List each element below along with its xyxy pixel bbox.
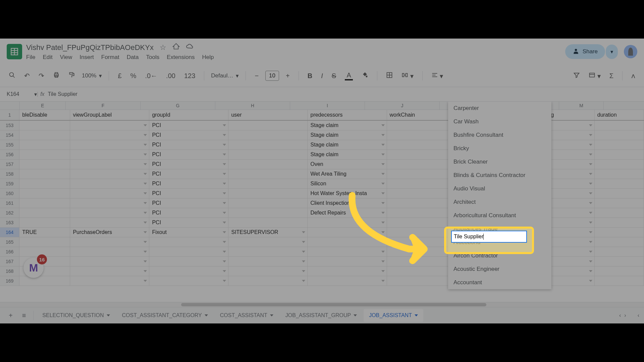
cell[interactable] [595,189,644,198]
header-cell[interactable]: groupId [149,110,228,120]
share-dropdown[interactable]: ▾ [606,45,618,59]
cell[interactable] [545,237,595,247]
redo-icon[interactable]: ↷ [37,70,46,82]
header-cell[interactable]: predecessors [308,110,387,120]
italic-icon[interactable]: I [319,70,325,82]
cell[interactable]: PCI [149,121,228,130]
cell[interactable]: PCI [149,150,228,159]
header-cell[interactable]: ag [545,110,595,120]
cell[interactable] [545,150,595,159]
menu-edit[interactable]: Edit [43,54,52,61]
name-box[interactable]: K164 ▾ [7,91,37,98]
cell[interactable] [595,257,644,266]
row-header[interactable]: 165 [0,237,19,247]
cell[interactable] [228,189,308,198]
cell[interactable] [19,237,70,247]
cell[interactable] [595,179,644,188]
dropdown-item[interactable]: Brick Cleaner [448,155,551,169]
row-header[interactable]: 160 [0,189,19,198]
cell[interactable] [595,198,644,208]
cell[interactable]: PCI [149,189,228,198]
cell[interactable] [545,228,595,237]
cell[interactable] [149,276,228,286]
row-header[interactable]: 167 [0,257,19,266]
more-formats-icon[interactable]: 123 [182,70,197,82]
cell[interactable] [595,276,644,286]
increase-fontsize-icon[interactable]: + [284,70,292,82]
cell[interactable]: SITESUPERVISOR [228,228,308,237]
cell[interactable] [19,218,70,227]
cell[interactable] [70,150,149,159]
cell[interactable] [545,247,595,256]
cell[interactable]: Oven [308,160,387,169]
cell[interactable] [228,247,308,256]
merge-cells-icon[interactable]: ▾ [399,70,416,82]
cell[interactable] [228,169,308,179]
col-header[interactable]: G [141,102,215,110]
zoom-select[interactable]: 100% ▾ [82,72,102,79]
cell[interactable] [595,121,644,130]
cell[interactable]: PCI [149,140,228,149]
cell[interactable] [149,257,228,266]
header-cell[interactable]: bleDisable [19,110,70,120]
menu-file[interactable]: File [26,54,35,61]
row-header[interactable]: 158 [0,169,19,179]
dropdown-item[interactable]: Acoustic Engineer [448,262,551,276]
header-cell[interactable]: duration [595,110,644,120]
move-icon[interactable] [172,43,180,52]
tab-scroll-right[interactable]: › [624,312,626,318]
cell[interactable] [595,160,644,169]
cell[interactable]: Fixout [149,228,228,237]
increase-decimal-icon[interactable]: .00 [164,70,177,82]
cell[interactable] [149,247,228,256]
cell[interactable] [149,266,228,276]
cell[interactable] [70,218,149,227]
menu-data[interactable]: Data [127,54,139,61]
currency-icon[interactable]: £ [116,70,123,82]
menu-format[interactable]: Format [101,54,119,61]
decrease-fontsize-icon[interactable]: − [253,70,261,82]
search-icon[interactable] [7,70,17,82]
dropdown-item[interactable]: Car Wash [448,115,551,128]
row-header[interactable]: 156 [0,150,19,159]
menu-extensions[interactable]: Extensions [167,54,195,61]
cell[interactable] [308,266,387,276]
cell[interactable]: PCI [149,169,228,179]
cell[interactable] [70,257,149,266]
col-header[interactable]: H [215,102,290,110]
cell[interactable] [70,179,149,188]
row-header[interactable]: 161 [0,198,19,208]
dropdown-item[interactable]: Accountant [448,276,551,289]
cell[interactable]: Stage claim [308,130,387,140]
cell[interactable] [228,130,308,140]
cell[interactable] [308,276,387,286]
cell[interactable] [545,140,595,149]
cell[interactable] [545,179,595,188]
cell[interactable] [595,228,644,237]
add-sheet-button[interactable]: + [5,309,17,322]
cell[interactable]: Wet Area Tiling [308,169,387,179]
user-avatar[interactable] [624,45,637,58]
cell[interactable] [70,121,149,130]
sheet-tab[interactable]: JOB_ASSISTANT_GROUP [280,309,362,322]
row-header[interactable]: 169 [0,276,19,286]
cell[interactable] [19,160,70,169]
cell[interactable] [595,130,644,140]
data-validation-dropdown[interactable]: CarpenterCar WashBushfire ConsultantBric… [448,102,551,289]
cell[interactable] [228,198,308,208]
filter-views-icon[interactable]: ▾ [587,70,603,82]
cell[interactable] [228,237,308,247]
sheet-tab[interactable]: COST_ASSISTANT [215,309,279,322]
cell[interactable] [70,130,149,140]
cell[interactable]: PCI [149,179,228,188]
cell[interactable] [70,160,149,169]
print-icon[interactable] [51,70,62,82]
cell[interactable] [228,150,308,159]
cell[interactable]: PCI [149,218,228,227]
cell[interactable] [595,237,644,247]
cell[interactable]: PCI [149,160,228,169]
formula-value[interactable]: Tile Supplier [48,91,77,97]
borders-icon[interactable] [384,70,395,82]
undo-icon[interactable]: ↶ [22,70,32,82]
cell[interactable] [228,140,308,149]
